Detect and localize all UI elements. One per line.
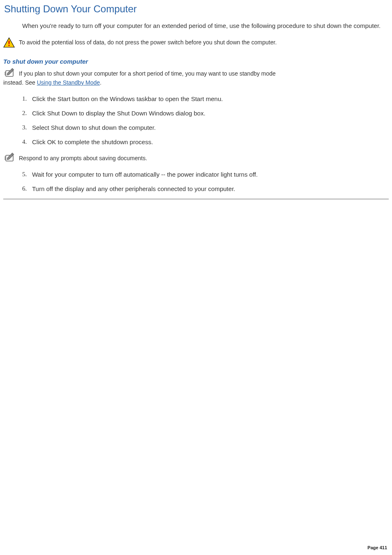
note-text-line1: If you plan to shut down your computer f… — [19, 70, 276, 78]
section-divider — [3, 199, 389, 199]
pencil-note-icon — [3, 152, 19, 163]
intro-paragraph: When you're ready to turn off your compu… — [22, 21, 386, 30]
page-title: Shutting Down Your Computer — [4, 3, 389, 15]
note-text-line2: instead. See Using the Standby Mode. — [3, 79, 389, 87]
note-standby: If you plan to shut down your computer f… — [3, 67, 389, 87]
warning-callout: To avoid the potential loss of data, do … — [3, 37, 389, 48]
step-item: 2.Click Shut Down to display the Shut Do… — [22, 109, 389, 117]
note-save-text: Respond to any prompts about saving docu… — [19, 154, 147, 163]
step-item: 4.Click OK to complete the shutdown proc… — [22, 138, 389, 146]
svg-rect-2 — [9, 45, 10, 46]
steps-list-1: 1.Click the Start button on the Windows … — [22, 94, 389, 146]
svg-rect-1 — [9, 41, 10, 44]
note-save-prompts: Respond to any prompts about saving docu… — [3, 152, 389, 163]
step-item: 5.Wait for your computer to turn off aut… — [22, 170, 389, 179]
procedure-subheading: To shut down your computer — [3, 58, 389, 65]
step-item: 6.Turn off the display and any other per… — [22, 184, 389, 193]
warning-icon — [3, 37, 19, 48]
step-item: 1.Click the Start button on the Windows … — [22, 94, 389, 103]
standby-mode-link[interactable]: Using the Standby Mode — [37, 79, 100, 86]
step-item: 3.Select Shut down to shut down the comp… — [22, 123, 389, 132]
steps-list-2: 5.Wait for your computer to turn off aut… — [22, 170, 389, 193]
pencil-note-icon — [3, 67, 19, 78]
warning-text: To avoid the potential loss of data, do … — [19, 39, 277, 47]
